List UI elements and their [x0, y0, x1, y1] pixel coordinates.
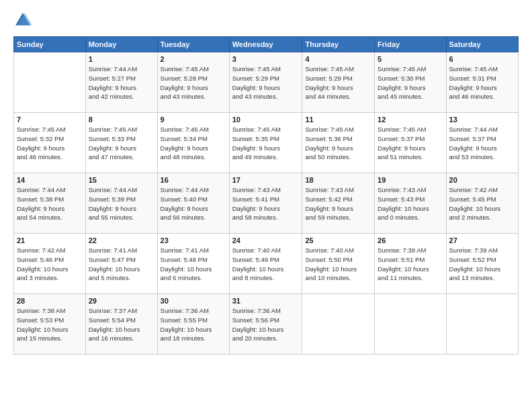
day-number: 28: [17, 297, 83, 305]
day-info: Sunrise: 7:44 AM Sunset: 5:39 PM Dayligh…: [89, 185, 154, 222]
calendar-cell: 6Sunrise: 7:45 AM Sunset: 5:31 PM Daylig…: [446, 52, 518, 113]
day-number: 13: [449, 116, 515, 124]
week-row-4: 28Sunrise: 7:38 AM Sunset: 5:53 PM Dayli…: [14, 294, 519, 355]
day-info: Sunrise: 7:37 AM Sunset: 5:54 PM Dayligh…: [89, 306, 154, 343]
day-info: Sunrise: 7:39 AM Sunset: 5:52 PM Dayligh…: [449, 246, 515, 283]
calendar-body: 1Sunrise: 7:44 AM Sunset: 5:27 PM Daylig…: [14, 52, 519, 355]
calendar-cell: [14, 52, 86, 113]
day-header-wednesday: Wednesday: [229, 37, 302, 52]
calendar-cell: 23Sunrise: 7:41 AM Sunset: 5:48 PM Dayli…: [157, 234, 229, 294]
calendar-cell: 7Sunrise: 7:45 AM Sunset: 5:32 PM Daylig…: [14, 113, 86, 173]
day-number: 17: [232, 176, 300, 184]
day-number: 14: [17, 176, 83, 184]
calendar-cell: 2Sunrise: 7:45 AM Sunset: 5:28 PM Daylig…: [157, 52, 229, 113]
day-info: Sunrise: 7:36 AM Sunset: 5:56 PM Dayligh…: [232, 306, 300, 343]
calendar-cell: 1Sunrise: 7:44 AM Sunset: 5:27 PM Daylig…: [85, 52, 157, 113]
day-info: Sunrise: 7:45 AM Sunset: 5:29 PM Dayligh…: [305, 64, 371, 101]
logo: [13, 11, 35, 30]
day-number: 2: [161, 55, 226, 63]
day-info: Sunrise: 7:43 AM Sunset: 5:42 PM Dayligh…: [305, 185, 371, 222]
calendar-cell: 27Sunrise: 7:39 AM Sunset: 5:52 PM Dayli…: [446, 234, 518, 294]
day-number: 18: [305, 176, 371, 184]
calendar: SundayMondayTuesdayWednesdayThursdayFrid…: [13, 36, 519, 355]
calendar-cell: 29Sunrise: 7:37 AM Sunset: 5:54 PM Dayli…: [85, 294, 157, 355]
days-header-row: SundayMondayTuesdayWednesdayThursdayFrid…: [14, 37, 519, 52]
day-number: 26: [378, 236, 443, 244]
day-info: Sunrise: 7:41 AM Sunset: 5:48 PM Dayligh…: [161, 246, 226, 283]
day-number: 16: [161, 176, 226, 184]
day-header-saturday: Saturday: [446, 37, 518, 52]
day-header-sunday: Sunday: [14, 37, 86, 52]
day-header-thursday: Thursday: [302, 37, 375, 52]
calendar-cell: 25Sunrise: 7:40 AM Sunset: 5:50 PM Dayli…: [302, 234, 375, 294]
day-info: Sunrise: 7:45 AM Sunset: 5:30 PM Dayligh…: [378, 64, 443, 101]
day-number: 23: [161, 236, 226, 244]
calendar-cell: 4Sunrise: 7:45 AM Sunset: 5:29 PM Daylig…: [302, 52, 375, 113]
day-info: Sunrise: 7:44 AM Sunset: 5:38 PM Dayligh…: [17, 185, 83, 222]
day-number: 1: [89, 55, 154, 63]
day-info: Sunrise: 7:45 AM Sunset: 5:32 PM Dayligh…: [17, 125, 83, 162]
day-info: Sunrise: 7:42 AM Sunset: 5:46 PM Dayligh…: [17, 246, 83, 283]
calendar-cell: 19Sunrise: 7:43 AM Sunset: 5:43 PM Dayli…: [375, 173, 446, 234]
day-info: Sunrise: 7:38 AM Sunset: 5:53 PM Dayligh…: [17, 306, 83, 343]
day-number: 5: [378, 55, 443, 63]
calendar-cell: 21Sunrise: 7:42 AM Sunset: 5:46 PM Dayli…: [14, 234, 86, 294]
calendar-cell: 24Sunrise: 7:40 AM Sunset: 5:49 PM Dayli…: [229, 234, 302, 294]
calendar-cell: [375, 294, 446, 355]
calendar-cell: 12Sunrise: 7:45 AM Sunset: 5:37 PM Dayli…: [375, 113, 446, 173]
calendar-cell: [302, 294, 375, 355]
calendar-cell: 26Sunrise: 7:39 AM Sunset: 5:51 PM Dayli…: [375, 234, 446, 294]
calendar-cell: 14Sunrise: 7:44 AM Sunset: 5:38 PM Dayli…: [14, 173, 86, 234]
day-number: 21: [17, 236, 83, 244]
day-number: 10: [232, 116, 300, 124]
day-info: Sunrise: 7:42 AM Sunset: 5:45 PM Dayligh…: [449, 185, 515, 222]
day-number: 15: [89, 176, 154, 184]
day-number: 9: [161, 116, 226, 124]
day-info: Sunrise: 7:44 AM Sunset: 5:40 PM Dayligh…: [161, 185, 226, 222]
week-row-2: 14Sunrise: 7:44 AM Sunset: 5:38 PM Dayli…: [14, 173, 519, 234]
day-info: Sunrise: 7:45 AM Sunset: 5:34 PM Dayligh…: [161, 125, 226, 162]
day-header-friday: Friday: [375, 37, 446, 52]
calendar-cell: 3Sunrise: 7:45 AM Sunset: 5:29 PM Daylig…: [229, 52, 302, 113]
page: SundayMondayTuesdayWednesdayThursdayFrid…: [0, 0, 532, 411]
day-info: Sunrise: 7:44 AM Sunset: 5:27 PM Dayligh…: [89, 64, 154, 101]
day-number: 22: [89, 236, 154, 244]
calendar-cell: 30Sunrise: 7:36 AM Sunset: 5:55 PM Dayli…: [157, 294, 229, 355]
calendar-cell: 15Sunrise: 7:44 AM Sunset: 5:39 PM Dayli…: [85, 173, 157, 234]
day-info: Sunrise: 7:45 AM Sunset: 5:33 PM Dayligh…: [89, 125, 154, 162]
day-info: Sunrise: 7:40 AM Sunset: 5:50 PM Dayligh…: [305, 246, 371, 283]
day-info: Sunrise: 7:43 AM Sunset: 5:41 PM Dayligh…: [232, 185, 300, 222]
day-number: 31: [232, 297, 300, 305]
day-info: Sunrise: 7:40 AM Sunset: 5:49 PM Dayligh…: [232, 246, 300, 283]
day-number: 3: [232, 55, 300, 63]
day-number: 29: [89, 297, 154, 305]
week-row-1: 7Sunrise: 7:45 AM Sunset: 5:32 PM Daylig…: [14, 113, 519, 173]
day-header-tuesday: Tuesday: [157, 37, 229, 52]
day-number: 30: [161, 297, 226, 305]
day-number: 11: [305, 116, 371, 124]
day-info: Sunrise: 7:41 AM Sunset: 5:47 PM Dayligh…: [89, 246, 154, 283]
calendar-cell: 31Sunrise: 7:36 AM Sunset: 5:56 PM Dayli…: [229, 294, 302, 355]
calendar-cell: 13Sunrise: 7:44 AM Sunset: 5:37 PM Dayli…: [446, 113, 518, 173]
logo-icon: [13, 11, 32, 30]
day-number: 25: [305, 236, 371, 244]
calendar-cell: 5Sunrise: 7:45 AM Sunset: 5:30 PM Daylig…: [375, 52, 446, 113]
header: [13, 11, 519, 30]
day-number: 7: [17, 116, 83, 124]
day-number: 27: [449, 236, 515, 244]
day-number: 12: [378, 116, 443, 124]
calendar-cell: 11Sunrise: 7:45 AM Sunset: 5:36 PM Dayli…: [302, 113, 375, 173]
day-info: Sunrise: 7:45 AM Sunset: 5:35 PM Dayligh…: [232, 125, 300, 162]
week-row-3: 21Sunrise: 7:42 AM Sunset: 5:46 PM Dayli…: [14, 234, 519, 294]
calendar-cell: [446, 294, 518, 355]
calendar-cell: 10Sunrise: 7:45 AM Sunset: 5:35 PM Dayli…: [229, 113, 302, 173]
day-info: Sunrise: 7:36 AM Sunset: 5:55 PM Dayligh…: [161, 306, 226, 343]
day-number: 4: [305, 55, 371, 63]
day-info: Sunrise: 7:45 AM Sunset: 5:28 PM Dayligh…: [161, 64, 226, 101]
week-row-0: 1Sunrise: 7:44 AM Sunset: 5:27 PM Daylig…: [14, 52, 519, 113]
day-number: 24: [232, 236, 300, 244]
day-header-monday: Monday: [85, 37, 157, 52]
calendar-cell: 9Sunrise: 7:45 AM Sunset: 5:34 PM Daylig…: [157, 113, 229, 173]
day-info: Sunrise: 7:44 AM Sunset: 5:37 PM Dayligh…: [449, 125, 515, 162]
day-number: 20: [449, 176, 515, 184]
